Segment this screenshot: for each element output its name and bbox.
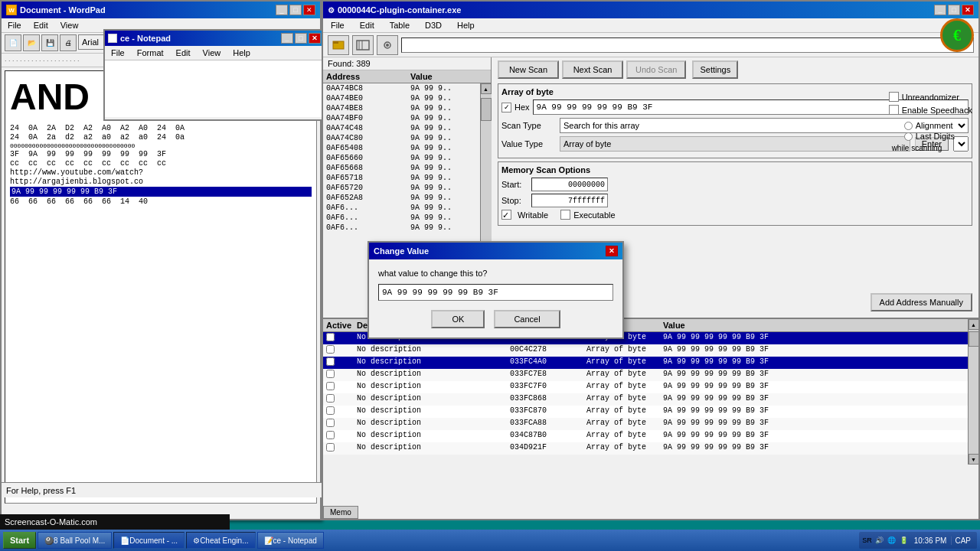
- ce-title: 0000044C-plugin-container.exe: [338, 5, 461, 15]
- wordpad-maximize[interactable]: □: [289, 5, 302, 15]
- taskbar-item-8ball[interactable]: 🎱 8 Ball Pool M...: [38, 532, 112, 549]
- new-scan-button[interactable]: New Scan: [498, 60, 559, 79]
- ce-menu-table[interactable]: Table: [387, 20, 413, 31]
- ce-open-process-btn[interactable]: [328, 35, 349, 55]
- ce-settings-toolbar-btn[interactable]: [377, 35, 398, 55]
- scan-list-row[interactable]: 0AF657209A 99 9..: [323, 183, 480, 193]
- table-scroll-up[interactable]: ▲: [969, 319, 979, 330]
- dialog-ok-btn[interactable]: OK: [431, 310, 485, 328]
- scan-list-row[interactable]: 0AA74C809A 99 9..: [323, 133, 480, 143]
- scan-list-row[interactable]: 0AF656689A 99 9..: [323, 163, 480, 173]
- table-row[interactable]: No description 00C4C278 Array of byte 9A…: [323, 344, 968, 357]
- ce-titlebar: ⚙ 0000044C-plugin-container.exe _ □ ✕: [323, 2, 978, 18]
- np-menu-edit[interactable]: Edit: [173, 47, 194, 58]
- scan-list-row[interactable]: 0AF652A89A 99 9..: [323, 193, 480, 203]
- value-type-display: Array of byte: [560, 136, 910, 152]
- wp-save-btn[interactable]: 💾: [41, 34, 58, 51]
- hex-checkbox[interactable]: ✓: [501, 103, 511, 112]
- scan-list-row[interactable]: 0AF6...9A 99 9..: [323, 223, 480, 233]
- wordpad-minimize[interactable]: _: [276, 5, 288, 15]
- ce-menu-file[interactable]: File: [328, 20, 348, 31]
- table-row[interactable]: No description 033FC7E8 Array of byte 9A…: [323, 369, 968, 381]
- settings-button[interactable]: Settings: [692, 60, 738, 79]
- notepad-maximize[interactable]: □: [295, 33, 307, 44]
- ce-address-table: Active Description Address Type Value No…: [323, 318, 978, 486]
- scan-list-row[interactable]: 0AF6...9A 99 9..: [323, 203, 480, 213]
- next-scan-button[interactable]: Next Scan: [562, 60, 623, 79]
- table-row[interactable]: No description 033FC870 Array of byte 9A…: [323, 406, 968, 418]
- memory-start-input[interactable]: [531, 178, 608, 191]
- notepad-menu-bar: File Format Edit View Help: [105, 46, 324, 60]
- scan-list-row[interactable]: 0AA74BF09A 99 9..: [323, 113, 480, 123]
- table-row[interactable]: No description 033FCA88 Array of byte 9A…: [323, 418, 968, 430]
- np-menu-help[interactable]: Help: [230, 47, 253, 58]
- writable-checkbox[interactable]: ✓: [501, 210, 511, 220]
- dialog-input[interactable]: [378, 284, 613, 301]
- table-scrollbar[interactable]: ▲ ▼: [968, 319, 978, 465]
- unreandomizer-checkbox[interactable]: [889, 92, 899, 102]
- dialog-cancel-btn[interactable]: Cancel: [494, 310, 560, 328]
- ce-menu-d3d[interactable]: D3D: [422, 20, 445, 31]
- table-row[interactable]: No description 033FC4A0 Array of byte 9A…: [323, 357, 968, 369]
- taskbar: Start 🎱 8 Ball Pool M... 📄 Document - ..…: [0, 530, 980, 551]
- wp-new-btn[interactable]: 📄: [5, 34, 21, 51]
- wp-open-btn[interactable]: 📂: [23, 34, 40, 51]
- ce-maximize[interactable]: □: [948, 5, 960, 15]
- wordpad-titlebar: W Document - WordPad _ □ ✕: [2, 2, 320, 18]
- wordpad-close[interactable]: ✕: [303, 5, 315, 15]
- scroll-up-arrow[interactable]: ▲: [481, 83, 492, 94]
- last-digits-label: Last Digits: [916, 132, 955, 141]
- taskbar-item-document[interactable]: 📄 Document - ...: [113, 532, 185, 549]
- ce-menu-help[interactable]: Help: [454, 20, 478, 31]
- scan-list-row[interactable]: 0AA74BE89A 99 9..: [323, 103, 480, 113]
- scan-list-row[interactable]: 0AF657189A 99 9..: [323, 173, 480, 183]
- table-row[interactable]: No description 033FC7F0 Array of byte 9A…: [323, 381, 968, 393]
- table-scroll-thumb[interactable]: [969, 331, 979, 347]
- notepad-close[interactable]: ✕: [309, 33, 321, 44]
- add-address-btn[interactable]: Add Address Manually: [871, 293, 972, 311]
- taskbar-item-notepad[interactable]: 📝 ce - Notepad: [257, 532, 324, 549]
- tray-network[interactable]: 🌐: [887, 535, 897, 546]
- notepad-titlebar: ce - Notepad _ □ ✕: [105, 31, 324, 46]
- scroll-thumb[interactable]: [481, 98, 492, 121]
- ce-menu-edit[interactable]: Edit: [357, 20, 377, 31]
- speedhack-checkbox[interactable]: [889, 105, 899, 115]
- wp-print-btn[interactable]: 🖨: [60, 34, 77, 51]
- table-row[interactable]: No description 034D921F Array of byte 9A…: [323, 442, 968, 455]
- np-menu-file[interactable]: File: [108, 47, 128, 58]
- np-menu-view[interactable]: View: [200, 47, 224, 58]
- alignment-radio[interactable]: [904, 122, 913, 130]
- memory-scan-section: Memory Scan Options Start: Stop: ✓ Writa…: [498, 161, 972, 226]
- ce-memory-viewer-btn[interactable]: [352, 35, 374, 55]
- scan-list-row[interactable]: 0AA74C489A 99 9..: [323, 123, 480, 133]
- notepad-title: ce - Notepad: [120, 34, 171, 43]
- memory-stop-input[interactable]: [531, 194, 608, 207]
- scan-list-row[interactable]: 0AF656609A 99 9..: [323, 153, 480, 163]
- taskbar-item-cheatengine[interactable]: ⚙ Cheat Engin...: [186, 532, 255, 549]
- dialog-close-btn[interactable]: ✕: [606, 246, 618, 256]
- scan-list-row[interactable]: 0AF6...9A 99 9..: [323, 213, 480, 223]
- dialog-titlebar: Change Value ✕: [369, 243, 622, 259]
- speedhack-row: Enable Speedhack: [889, 105, 972, 115]
- notepad-minimize[interactable]: _: [281, 33, 293, 44]
- scan-list-row[interactable]: 0AF654089A 99 9..: [323, 143, 480, 153]
- table-row[interactable]: No description 034C87B0 Array of byte 9A…: [323, 430, 968, 442]
- undo-scan-button[interactable]: Undo Scan: [626, 60, 686, 79]
- scan-list-row[interactable]: 0AA74BC89A 99 9..: [323, 83, 480, 93]
- table-scroll-down[interactable]: ▼: [969, 454, 979, 465]
- notepad-icon: [108, 34, 117, 43]
- executable-checkbox[interactable]: [560, 210, 570, 220]
- scan-list-row[interactable]: 0AA74BE09A 99 9..: [323, 93, 480, 103]
- ce-logo: €: [940, 18, 974, 52]
- wp-menu-edit[interactable]: Edit: [31, 20, 51, 31]
- tray-speaker[interactable]: 🔊: [874, 535, 885, 546]
- wp-menu-view[interactable]: View: [57, 20, 82, 31]
- np-menu-format[interactable]: Format: [134, 47, 167, 58]
- ce-close[interactable]: ✕: [962, 5, 974, 15]
- start-button[interactable]: Start: [3, 532, 36, 549]
- wp-menu-file[interactable]: File: [5, 20, 24, 31]
- table-row[interactable]: No description 033FC868 Array of byte 9A…: [323, 393, 968, 406]
- ce-minimize[interactable]: _: [934, 5, 946, 15]
- ce-process-input[interactable]: [401, 37, 974, 53]
- last-digits-radio[interactable]: [904, 132, 913, 141]
